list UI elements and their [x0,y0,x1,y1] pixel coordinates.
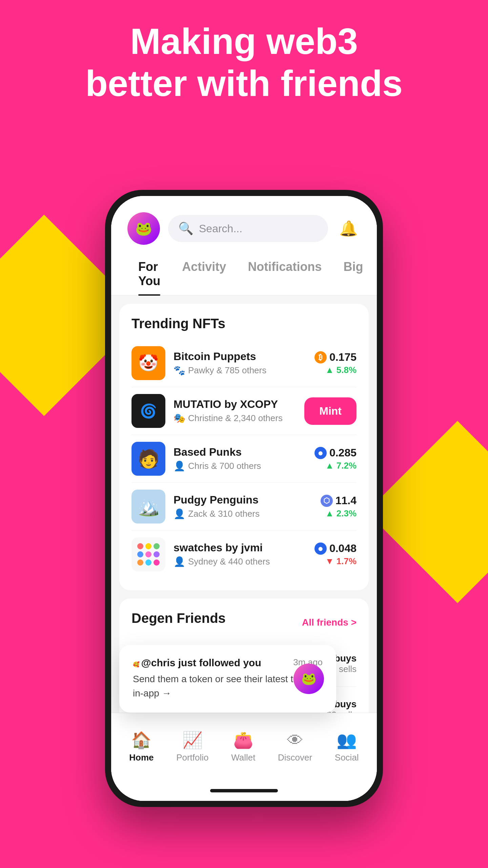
nft-thumb-bitcoin-puppets: 🤡 [131,346,165,380]
mint-button[interactable]: Mint [304,397,357,425]
nav-item-social[interactable]: 👥 Social [335,731,359,763]
price-change-based-punks: ▲ 7.2% [314,460,357,471]
notification-bell-icon[interactable]: 🔔 [336,216,361,241]
trending-nfts-card: Trending NFTs 🤡 Bitcoin Puppets 🐾 Pawky … [119,304,369,590]
trending-nfts-title: Trending NFTs [131,316,357,331]
nft-name-swatches: swatches by jvmi [174,541,306,554]
degen-friends-header: Degen Friends All friends > [131,611,357,634]
price-change-swatches: ▼ 1.7% [314,556,357,567]
toast-notification[interactable]: 🥰 @chris just followed you 3m ago Send t… [119,645,336,713]
eth-icon-pudgy: ⬡ [321,495,333,507]
nft-name-based-punks: Based Punks [174,446,306,458]
discover-icon: 👁 [287,731,303,750]
nft-price-based-punks: ● 0.285 ▲ 7.2% [314,447,357,471]
nav-label-discover: Discover [278,752,312,763]
all-friends-link[interactable]: All friends > [302,617,357,628]
nft-name-bitcoin-puppets: Bitcoin Puppets [174,350,306,363]
nav-label-home: Home [129,752,154,763]
nft-thumb-based-punks: 🧑 [131,442,165,476]
nav-item-home[interactable]: 🏠 Home [129,731,154,763]
nft-name-mutatio: MUTATIO by XCOPY [174,398,296,411]
portfolio-icon: 📈 [182,731,203,750]
toast-title: @chris just followed you [141,657,261,668]
tab-bar: For You Activity Notifications Big [111,253,377,296]
nft-friends-mutatio: 🎭 Christine & 2,340 others [174,413,296,424]
nft-name-pudgy-penguins: Pudgy Penguins [174,494,312,506]
toast-title-wrap: 🥰 @chris just followed you [133,657,261,669]
screen-content: 🐸 🔍 Search... 🔔 For You Activity Notific… [111,196,377,801]
nft-friends-swatches: 👤 Sydney & 440 others [174,556,306,567]
swatches-dots [133,539,164,570]
tab-for-you[interactable]: For You [127,253,171,295]
search-bar[interactable]: 🔍 Search... [168,215,328,242]
home-bar [210,789,278,792]
wallet-icon: 👛 [233,731,253,750]
home-icon: 🏠 [131,731,151,750]
price-change-pudgy-penguins: ▲ 2.3% [321,508,357,519]
app-header: 🐸 🔍 Search... 🔔 [111,196,377,253]
search-icon: 🔍 [178,221,194,236]
nav-label-portfolio: Portfolio [176,752,208,763]
tab-notifications[interactable]: Notifications [237,253,332,295]
nav-item-portfolio[interactable]: 📈 Portfolio [176,731,208,763]
user-avatar[interactable]: 🐸 [127,212,160,245]
blue-dot-icon-based-punks: ● [314,447,327,459]
toast-avatar: 🐸 [293,664,324,694]
nft-price-bitcoin-puppets: ₿ 0.175 ▲ 5.8% [314,351,357,375]
phone-screen: 🐸 🔍 Search... 🔔 For You Activity Notific… [111,196,377,801]
toast-header: 🥰 @chris just followed you 3m ago [133,657,323,669]
search-placeholder: Search... [199,222,242,235]
hero-text: Making web3 better with friends [0,20,488,104]
nft-info-based-punks: Based Punks 👤 Chris & 700 others [174,446,306,472]
nft-friends-based-punks: 👤 Chris & 700 others [174,460,306,472]
nft-row-based-punks[interactable]: 🧑 Based Punks 👤 Chris & 700 others ● [131,435,357,483]
bottom-navigation: 🏠 Home 📈 Portfolio 👛 Wallet 👁 Discover 👥 [111,713,377,781]
tab-activity[interactable]: Activity [171,253,237,295]
nft-price-swatches: ● 0.048 ▼ 1.7% [314,542,357,567]
nft-info-bitcoin-puppets: Bitcoin Puppets 🐾 Pawky & 785 others [174,350,306,376]
nft-info-mutatio: MUTATIO by XCOPY 🎭 Christine & 2,340 oth… [174,398,296,424]
phone-frame: 🐸 🔍 Search... 🔔 For You Activity Notific… [105,190,383,807]
nft-row-swatches[interactable]: swatches by jvmi 👤 Sydney & 440 others ●… [131,531,357,578]
nft-price-pudgy-penguins: ⬡ 11.4 ▲ 2.3% [321,494,357,519]
nav-label-social: Social [335,752,359,763]
toast-emoji: 🥰 [133,662,140,667]
yellow-diamond-right [366,421,488,603]
nft-row-bitcoin-puppets[interactable]: 🤡 Bitcoin Puppets 🐾 Pawky & 785 others ₿ [131,339,357,387]
nav-item-wallet[interactable]: 👛 Wallet [231,731,255,763]
nft-row-pudgy-penguins[interactable]: 🏔️ Pudgy Penguins 👤 Zack & 310 others ⬡ [131,483,357,531]
degen-friends-title: Degen Friends [131,611,226,626]
nft-friends-bitcoin-puppets: 🐾 Pawky & 785 others [174,365,306,376]
nft-info-swatches: swatches by jvmi 👤 Sydney & 440 others [174,541,306,567]
nft-row-mutatio[interactable]: 🌀 MUTATIO by XCOPY 🎭 Christine & 2,340 o… [131,387,357,435]
home-indicator [111,781,377,801]
nft-info-pudgy-penguins: Pudgy Penguins 👤 Zack & 310 others [174,494,312,519]
price-change-bitcoin-puppets: ▲ 5.8% [314,365,357,375]
nft-friends-pudgy-penguins: 👤 Zack & 310 others [174,508,312,519]
tab-big[interactable]: Big [332,253,374,295]
nft-thumb-pudgy-penguins: 🏔️ [131,490,165,524]
social-icon: 👥 [337,731,357,750]
nav-label-wallet: Wallet [231,752,255,763]
nav-item-discover[interactable]: 👁 Discover [278,731,312,763]
nft-thumb-swatches [131,537,165,571]
nft-thumb-mutatio: 🌀 [131,394,165,428]
blue-dot-icon-swatches: ● [314,542,327,555]
btc-icon: ₿ [314,351,327,363]
